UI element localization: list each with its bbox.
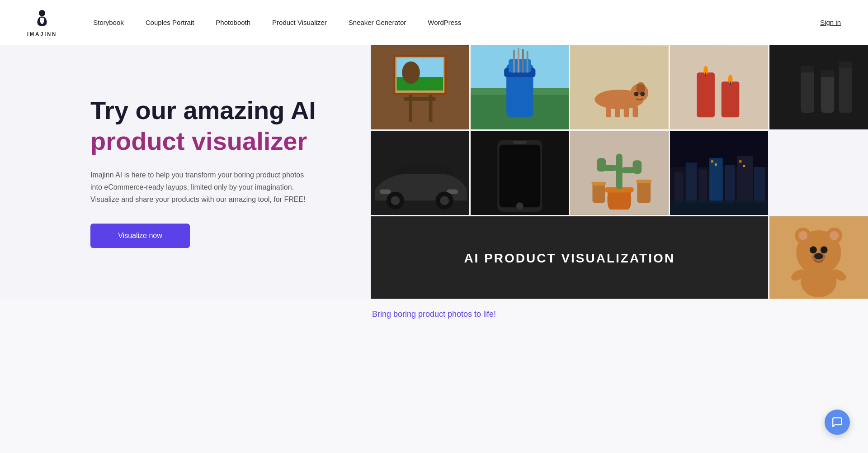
svg-rect-31 <box>670 46 769 129</box>
grid-image-phone <box>471 131 569 215</box>
grid-banner-text: AI PRODUCT VISUALIZATION <box>464 251 675 266</box>
grid-image-teddy-bear <box>769 216 868 299</box>
nav-item-storybook[interactable]: Storybook <box>93 19 124 26</box>
svg-rect-55 <box>513 141 527 144</box>
nav-item-couples-portrait[interactable]: Couples Portrait <box>146 19 194 26</box>
svg-rect-76 <box>754 167 765 203</box>
svg-rect-6 <box>404 97 435 101</box>
logo-text: IMAJINN <box>27 31 57 37</box>
svg-rect-53 <box>497 140 542 212</box>
grid-image-cactus <box>570 131 669 215</box>
svg-rect-70 <box>675 172 684 203</box>
svg-point-56 <box>516 202 523 210</box>
bottom-teaser-text: Bring boring product photos to life! <box>0 310 868 319</box>
svg-rect-77 <box>711 160 713 162</box>
svg-point-34 <box>703 66 708 75</box>
svg-rect-32 <box>697 72 715 117</box>
svg-point-85 <box>826 228 843 244</box>
svg-rect-29 <box>633 106 638 118</box>
svg-point-25 <box>634 92 639 96</box>
svg-rect-7 <box>396 58 443 91</box>
svg-rect-57 <box>570 131 669 215</box>
svg-rect-12 <box>471 88 569 95</box>
svg-rect-2 <box>393 55 447 95</box>
svg-point-86 <box>799 231 808 240</box>
logo[interactable]: IMAJINN <box>27 9 57 37</box>
nav-item-wordpress[interactable]: WordPress <box>428 19 461 26</box>
hero-section: Try our amazing AI product visualizer Im… <box>0 45 868 299</box>
svg-rect-26 <box>606 106 611 118</box>
svg-rect-52 <box>471 131 569 215</box>
svg-rect-18 <box>522 49 524 72</box>
svg-point-92 <box>801 266 837 297</box>
svg-point-24 <box>640 92 645 96</box>
svg-point-22 <box>631 84 649 102</box>
bottom-teaser: Bring boring product photos to life! <box>0 299 868 324</box>
svg-point-83 <box>797 230 841 275</box>
svg-rect-71 <box>685 162 697 203</box>
svg-rect-65 <box>637 180 652 183</box>
grid-banner: AI PRODUCT VISUALIZATION <box>371 216 768 299</box>
svg-point-94 <box>830 267 848 283</box>
svg-rect-82 <box>769 217 868 299</box>
svg-rect-59 <box>616 153 623 189</box>
svg-rect-54 <box>499 145 540 207</box>
grid-image-car-dark <box>371 131 469 215</box>
svg-rect-36 <box>705 72 706 76</box>
svg-point-91 <box>814 253 823 259</box>
svg-point-50 <box>391 196 400 205</box>
svg-rect-44 <box>839 62 853 68</box>
svg-rect-37 <box>730 81 731 85</box>
svg-rect-33 <box>722 81 740 117</box>
svg-rect-16 <box>513 50 515 72</box>
svg-point-21 <box>595 90 644 110</box>
svg-point-89 <box>821 246 828 253</box>
svg-rect-46 <box>380 190 391 194</box>
hero-content: Try our amazing AI product visualizer Im… <box>0 45 371 299</box>
grid-image-dark-product <box>769 45 868 129</box>
svg-rect-74 <box>725 165 735 203</box>
sign-in-link[interactable]: Sign in <box>820 19 841 26</box>
svg-rect-40 <box>821 72 835 113</box>
hero-title-line2: product visualizer <box>90 127 326 156</box>
svg-rect-1 <box>371 46 469 129</box>
svg-point-30 <box>595 95 613 104</box>
svg-rect-67 <box>592 182 606 186</box>
svg-rect-58 <box>605 187 633 193</box>
svg-rect-15 <box>509 59 531 73</box>
nav-item-sneaker-generator[interactable]: Sneaker Generator <box>349 19 406 26</box>
svg-rect-60 <box>604 165 617 171</box>
svg-rect-19 <box>526 51 528 72</box>
svg-rect-8 <box>396 77 443 91</box>
svg-rect-41 <box>839 64 853 113</box>
svg-rect-11 <box>471 91 569 129</box>
cta-button[interactable]: Visualize now <box>90 224 190 248</box>
nav-item-product-visualizer[interactable]: Product Visualizer <box>272 19 327 26</box>
hero-description: Imajinn AI is here to help you transform… <box>90 169 307 206</box>
svg-rect-72 <box>699 169 707 203</box>
svg-rect-78 <box>715 163 717 166</box>
svg-rect-61 <box>597 158 606 172</box>
svg-rect-20 <box>570 46 669 129</box>
svg-point-93 <box>789 267 808 283</box>
svg-rect-27 <box>615 108 620 118</box>
svg-point-87 <box>830 231 839 240</box>
svg-point-35 <box>728 75 732 84</box>
svg-rect-73 <box>709 158 723 203</box>
svg-rect-42 <box>801 66 815 73</box>
svg-point-51 <box>440 196 449 205</box>
svg-rect-38 <box>769 46 868 129</box>
svg-rect-39 <box>801 68 815 113</box>
svg-rect-62 <box>622 167 635 173</box>
svg-rect-63 <box>633 160 642 174</box>
nav-item-photobooth[interactable]: Photobooth <box>216 19 250 26</box>
svg-rect-68 <box>670 131 769 215</box>
svg-rect-5 <box>429 95 433 122</box>
svg-rect-66 <box>593 183 605 203</box>
svg-point-49 <box>435 192 453 210</box>
svg-point-88 <box>810 246 817 253</box>
hero-title-line1: Try our amazing AI <box>90 96 326 125</box>
grid-image-dog-figurine <box>570 45 669 129</box>
svg-rect-17 <box>517 48 519 72</box>
grid-image-painting <box>371 45 469 129</box>
